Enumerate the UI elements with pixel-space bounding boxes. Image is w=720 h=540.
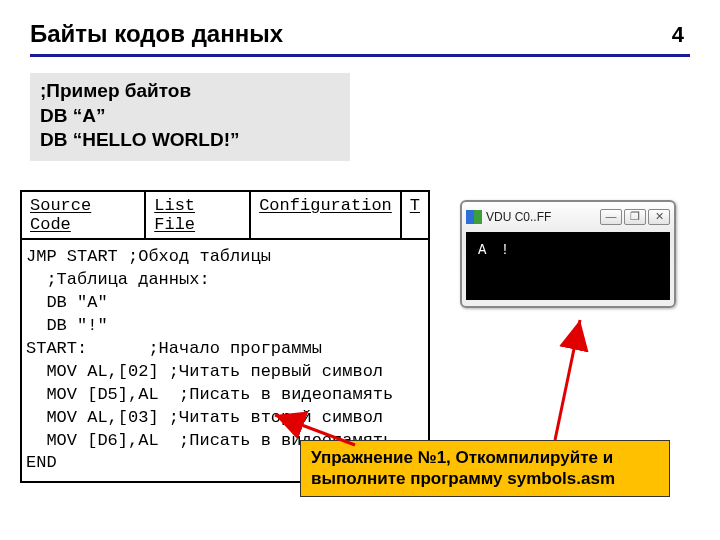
example-line: DB “A” [40,104,340,129]
vdu-screen: A ! [466,232,670,300]
vdu-window: VDU C0..FF — ❐ ✕ A ! [460,200,676,308]
vdu-window-title: VDU C0..FF [486,210,596,224]
vdu-output-text: A ! [478,242,512,258]
divider [30,54,690,57]
tab-truncated[interactable]: T [402,192,428,238]
editor-tabs: Source Code List File Configuration T [22,192,428,240]
tab-list-file[interactable]: List File [146,192,251,238]
exercise-callout: Упражнение №1, Откомпилируйте и выполнит… [300,440,670,497]
example-code-box: ;Пример байтов DB “A” DB “HELLO WORLD!” [30,73,350,161]
minimize-button[interactable]: — [600,209,622,225]
tab-configuration[interactable]: Configuration [251,192,402,238]
page-title: Байты кодов данных [30,20,283,48]
example-line: DB “HELLO WORLD!” [40,128,340,153]
example-line: ;Пример байтов [40,79,340,104]
callout-text: Упражнение №1, Откомпилируйте и выполнит… [311,448,615,488]
maximize-button[interactable]: ❐ [624,209,646,225]
page-number: 4 [672,22,690,48]
tab-source-code[interactable]: Source Code [22,192,146,238]
close-button[interactable]: ✕ [648,209,670,225]
vdu-logo-icon [466,210,482,224]
